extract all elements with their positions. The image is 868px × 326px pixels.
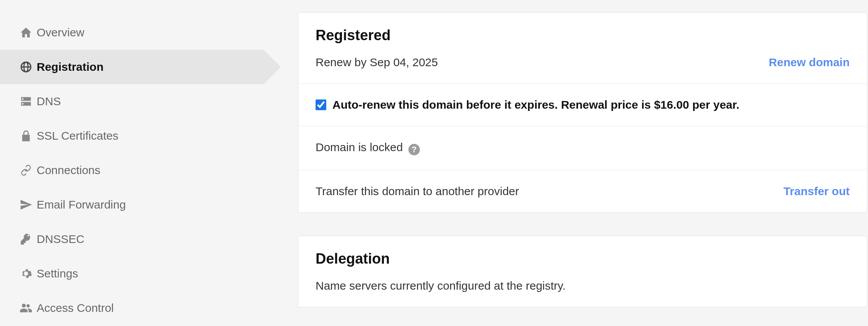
link-icon xyxy=(15,164,37,177)
registered-header-section: Registered Renew by Sep 04, 2025 Renew d… xyxy=(298,13,867,84)
main-content: Registered Renew by Sep 04, 2025 Renew d… xyxy=(264,0,868,326)
sidebar-item-label: Access Control xyxy=(37,302,114,315)
globe-icon xyxy=(15,60,37,73)
help-icon[interactable]: ? xyxy=(408,144,420,155)
registered-card: Registered Renew by Sep 04, 2025 Renew d… xyxy=(298,12,867,213)
sidebar-item-label: Settings xyxy=(37,267,78,280)
key-icon xyxy=(15,233,37,246)
sidebar-item-settings[interactable]: Settings xyxy=(0,256,264,291)
sidebar-item-label: Email Forwarding xyxy=(37,198,126,211)
lock-icon xyxy=(15,129,37,142)
delegation-heading: Delegation xyxy=(316,251,850,267)
auto-renew-section: Auto-renew this domain before it expires… xyxy=(298,84,867,126)
sidebar-item-registration[interactable]: Registration xyxy=(0,50,264,84)
domain-lock-text: Domain is locked xyxy=(316,141,403,153)
sidebar-item-connections[interactable]: Connections xyxy=(0,153,264,187)
auto-renew-text: Auto-renew this domain before it expires… xyxy=(332,98,739,111)
registered-heading: Registered xyxy=(316,27,850,44)
sidebar-item-email-forwarding[interactable]: Email Forwarding xyxy=(0,187,264,222)
sidebar-item-label: Registration xyxy=(37,60,104,73)
sidebar-item-access-control[interactable]: Access Control xyxy=(0,291,264,325)
auto-renew-checkbox[interactable] xyxy=(316,99,326,110)
sidebar-item-label: SSL Certificates xyxy=(37,129,118,142)
sidebar-item-dns[interactable]: DNS xyxy=(0,84,264,119)
gear-icon xyxy=(15,267,37,280)
home-icon xyxy=(15,26,37,39)
transfer-out-link[interactable]: Transfer out xyxy=(784,185,850,198)
sidebar: Overview Registration DNS SSL Certificat… xyxy=(0,0,264,326)
users-icon xyxy=(15,302,37,315)
transfer-text: Transfer this domain to another provider xyxy=(316,185,519,198)
renew-by-text: Renew by Sep 04, 2025 xyxy=(316,56,438,69)
sidebar-item-overview[interactable]: Overview xyxy=(0,15,264,50)
sidebar-item-label: Overview xyxy=(37,26,84,39)
delegation-body: Name servers currently configured at the… xyxy=(316,279,566,292)
delegation-card: Delegation Name servers currently config… xyxy=(298,236,867,307)
sidebar-item-dnssec[interactable]: DNSSEC xyxy=(0,222,264,256)
send-icon xyxy=(15,198,37,211)
auto-renew-control[interactable]: Auto-renew this domain before it expires… xyxy=(316,98,850,111)
server-icon xyxy=(15,95,37,108)
sidebar-item-label: Connections xyxy=(37,164,100,177)
sidebar-item-label: DNSSEC xyxy=(37,233,84,246)
transfer-section: Transfer this domain to another provider… xyxy=(298,170,867,212)
lock-section: Domain is locked ? xyxy=(298,126,867,170)
sidebar-item-ssl-certificates[interactable]: SSL Certificates xyxy=(0,119,264,153)
sidebar-item-label: DNS xyxy=(37,95,61,108)
renew-domain-link[interactable]: Renew domain xyxy=(769,56,850,69)
